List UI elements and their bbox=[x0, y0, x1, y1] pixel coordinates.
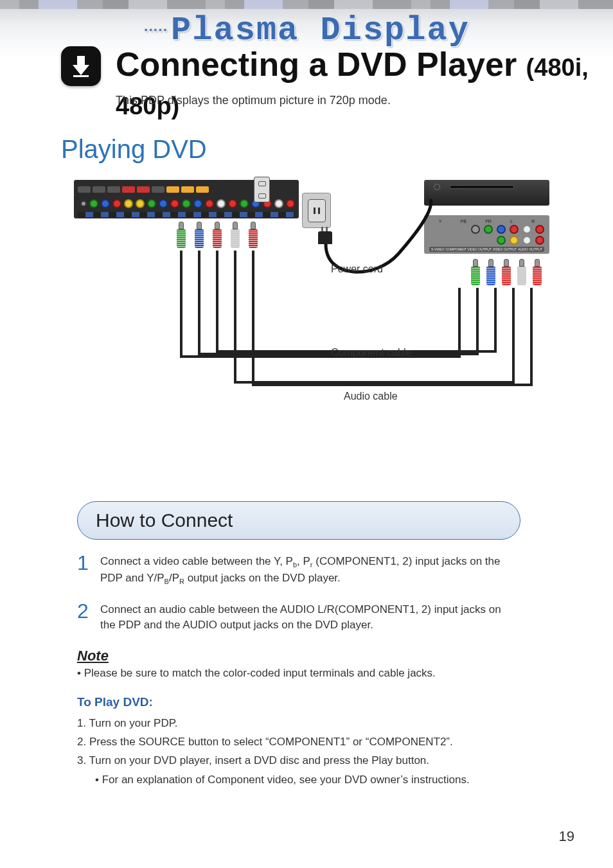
play-step-3: 3. Turn on your DVD player, insert a DVD… bbox=[77, 752, 546, 769]
dvd-aud-label: AUDIO OUTPUT bbox=[518, 247, 542, 251]
intro-text: This PDP displays the optimum picture in… bbox=[116, 94, 391, 107]
howto-pill: How to Connect bbox=[77, 501, 520, 540]
svg-rect-0 bbox=[73, 75, 89, 77]
title-main: Connecting a DVD Player bbox=[116, 46, 517, 83]
dvd-player-front bbox=[424, 180, 549, 206]
brand-text: Plasma Display bbox=[171, 12, 470, 49]
dvd-svideo-label: S-VIDEO bbox=[431, 247, 445, 251]
brand-title: ▪▪▪▪▪Plasma Display bbox=[0, 12, 613, 49]
steps-list: 1 Connect a video cable between the Y, P… bbox=[77, 554, 546, 633]
howto-title: How to Connect bbox=[96, 509, 233, 531]
dvd-r-label: R bbox=[531, 219, 535, 224]
howto-section: How to Connect 1 Connect a video cable b… bbox=[77, 501, 546, 790]
dvd-y-label: Y bbox=[439, 219, 442, 224]
component-cable-label: Component cable bbox=[331, 347, 411, 359]
dvd-player-back: Y PB PR L R S-VIDEO COMPONENT VIDEO OUTP… bbox=[424, 215, 549, 254]
dvd-cable-plugs bbox=[471, 259, 542, 288]
power-plug-icon bbox=[318, 231, 332, 244]
connection-diagram: Y PB PR L R S-VIDEO COMPONENT VIDEO OUTP… bbox=[74, 177, 549, 408]
dvd-l-label: L bbox=[510, 219, 513, 224]
play-step-2: 2. Press the SOURCE button to select “CO… bbox=[77, 733, 546, 750]
step-2: 2 Connect an audio cable between the AUD… bbox=[77, 602, 546, 633]
play-steps: 1. Turn on your PDP. 2. Press the SOURCE… bbox=[77, 714, 546, 788]
step-1: 1 Connect a video cable between the Y, P… bbox=[77, 554, 546, 588]
pdp-cable-plugs bbox=[177, 222, 258, 251]
wall-outlet bbox=[302, 193, 331, 228]
play-step-1: 1. Turn on your PDP. bbox=[77, 714, 546, 732]
step-2-text: Connect an audio cable between the AUDIO… bbox=[100, 602, 518, 633]
dvd-pr-label: PR bbox=[485, 219, 492, 224]
play-heading: To Play DVD: bbox=[77, 695, 546, 709]
play-step-3b: • For an explanation of Component video,… bbox=[95, 771, 546, 788]
dvd-comp-label: COMPONENT VIDEO OUTPUT bbox=[446, 247, 492, 251]
dvd-pb-label: PB bbox=[461, 219, 466, 224]
dvd-vid-label: VIDEO OUTPUT bbox=[493, 247, 517, 251]
section-playing: Playing DVD bbox=[61, 135, 207, 164]
audio-cable-label: Audio cable bbox=[344, 391, 398, 402]
pdp-label-strip bbox=[78, 212, 295, 217]
page-number: 19 bbox=[559, 828, 574, 845]
page-title: Connecting a DVD Player (480i, 480p) bbox=[116, 45, 613, 122]
note-bullet: • Please be sure to match the color-code… bbox=[77, 667, 546, 680]
note-heading: Note bbox=[77, 648, 546, 664]
remote-device bbox=[254, 177, 270, 202]
download-icon bbox=[61, 46, 101, 86]
header-stripe bbox=[0, 0, 613, 9]
brand-dots: ▪▪▪▪▪ bbox=[143, 25, 167, 35]
power-cord-label: Power cord bbox=[331, 263, 383, 275]
step-1-num: 1 bbox=[77, 554, 90, 588]
step-2-num: 2 bbox=[77, 602, 90, 633]
step-1-text: Connect a video cable between the Y, Pb,… bbox=[100, 554, 518, 588]
